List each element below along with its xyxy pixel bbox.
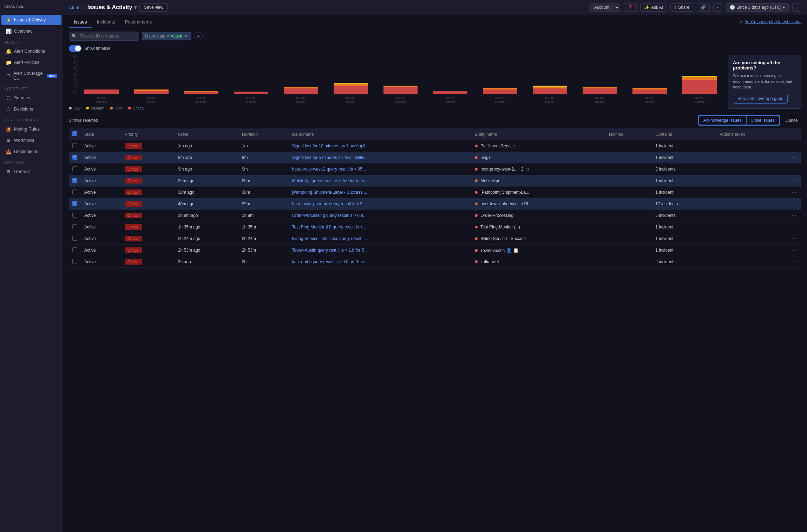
- link-button[interactable]: 🔗: [697, 3, 710, 12]
- sidebar-item-overview[interactable]: 📊 Overview: [1, 26, 61, 36]
- row-checkbox-cell[interactable]: [69, 210, 81, 221]
- copy-icon[interactable]: ⧉: [526, 167, 529, 172]
- filter-chip-issue-state[interactable]: Issue state = Active ✕: [142, 32, 191, 40]
- row-checkbox-cell[interactable]: [69, 221, 81, 233]
- row-issue-name[interactable]: Signal lost for 10 minutes on 'Low Appli…: [289, 140, 471, 152]
- row-more-button[interactable]: ···: [790, 259, 798, 265]
- row-checkbox-cell[interactable]: [69, 256, 81, 268]
- row-more-button[interactable]: ···: [790, 178, 798, 184]
- row-more-cell[interactable]: ···: [787, 233, 801, 245]
- account-selector[interactable]: Account:: [589, 3, 620, 12]
- row-checkbox-cell[interactable]: [69, 233, 81, 245]
- sidebar-item-alert-policies[interactable]: 📁 Alert Policies: [1, 57, 61, 68]
- row-checkbox[interactable]: [72, 189, 77, 194]
- row-priority: Critical: [121, 210, 175, 221]
- row-checkbox-cell[interactable]: [69, 245, 81, 256]
- ask-ai-button[interactable]: ✨ Ask AI: [640, 3, 667, 12]
- prev-button[interactable]: ‹: [713, 3, 722, 12]
- help-button[interactable]: ❓: [624, 3, 637, 12]
- next-button[interactable]: ›: [792, 3, 801, 12]
- sidebar-item-destinations[interactable]: 📤 Destinations: [1, 146, 61, 157]
- row-issue-name[interactable]: [Pathpoint] Shipment-Label - Success ...: [289, 187, 471, 198]
- sidebar-item-sources[interactable]: ⬡ Sources: [1, 93, 61, 103]
- row-checkbox[interactable]: [72, 155, 77, 160]
- title-chevron[interactable]: ▾: [134, 5, 137, 10]
- row-more-cell[interactable]: ···: [787, 221, 801, 233]
- row-checkbox-cell[interactable]: [69, 164, 81, 175]
- tab-incidents[interactable]: Incidents: [92, 16, 120, 28]
- tab-postmortems[interactable]: Postmortems: [120, 16, 157, 28]
- row-more-button[interactable]: ···: [790, 235, 798, 242]
- row-issue-name[interactable]: Tower-Austin query result is > 1.0 for 5…: [289, 245, 471, 256]
- row-more-cell[interactable]: ···: [787, 245, 801, 256]
- row-more-cell[interactable]: ···: [787, 198, 801, 210]
- share-button[interactable]: ↑ Share: [670, 3, 693, 12]
- row-issue-name[interactable]: kafka-otel query result is > 0.0 on 'Tes…: [289, 256, 471, 268]
- row-checkbox-cell[interactable]: [69, 175, 81, 187]
- row-more-cell[interactable]: ···: [787, 175, 801, 187]
- bar-group: [326, 55, 375, 94]
- sidebar-item-general[interactable]: ⚙ General: [1, 166, 61, 177]
- show-timeline-toggle[interactable]: [69, 45, 81, 52]
- add-filter-button[interactable]: +: [194, 32, 203, 40]
- row-checkbox-cell[interactable]: [69, 198, 81, 210]
- close-issues-button[interactable]: Close issues: [746, 116, 779, 125]
- row-more-button[interactable]: ···: [790, 212, 798, 219]
- search-input[interactable]: [69, 32, 139, 41]
- time-range-picker[interactable]: 🕐 Since 3 days ago (UTC) ▾: [726, 3, 789, 12]
- select-all-checkbox[interactable]: [72, 131, 77, 136]
- sidebar-item-decisions[interactable]: ⬡ Decisions: [1, 104, 61, 114]
- row-more-button[interactable]: ···: [790, 224, 798, 230]
- row-issue-name[interactable]: Test Ping Monitor (H) query result is >.…: [289, 221, 471, 233]
- row-more-button[interactable]: ···: [790, 143, 798, 149]
- row-more-button[interactable]: ···: [790, 154, 798, 161]
- row-more-cell[interactable]: ···: [787, 164, 801, 175]
- row-issue-name[interactable]: Billing Service - Success query result i…: [289, 233, 471, 245]
- cancel-button[interactable]: Cancel: [783, 116, 801, 125]
- row-more-button[interactable]: ···: [790, 189, 798, 195]
- row-checkbox-cell[interactable]: [69, 152, 81, 164]
- row-checkbox[interactable]: [72, 247, 77, 252]
- row-issue-name[interactable]: host-proxy-west-2 query result is > 95..…: [289, 164, 471, 175]
- breadcrumb[interactable]: Alerts: [69, 5, 80, 10]
- row-checkbox-cell[interactable]: [69, 187, 81, 198]
- acknowledge-issues-button[interactable]: Acknowledge issues: [699, 116, 746, 125]
- save-view-button[interactable]: Save view: [139, 3, 168, 12]
- sidebar-item-alert-coverage[interactable]: 🛡 Alert Coverage G... Beta: [1, 68, 61, 83]
- row-more-cell[interactable]: ···: [787, 187, 801, 198]
- row-more-cell[interactable]: ···: [787, 140, 801, 152]
- row-actions: [716, 221, 787, 233]
- row-checkbox[interactable]: [72, 259, 77, 264]
- time-chevron: ▾: [783, 5, 785, 10]
- tab-issues[interactable]: Issues: [69, 16, 92, 28]
- sidebar-item-alert-conditions[interactable]: 🔔 Alert Conditions: [1, 46, 61, 56]
- row-checkbox[interactable]: [72, 213, 77, 218]
- row-checkbox-cell[interactable]: [69, 140, 81, 152]
- row-checkbox[interactable]: [72, 166, 77, 171]
- row-checkbox[interactable]: [72, 236, 77, 241]
- row-more-cell[interactable]: ···: [787, 152, 801, 164]
- sidebar-item-issues-activity[interactable]: ⚡ Issues & Activity: [1, 15, 61, 25]
- row-more-button[interactable]: ···: [790, 166, 798, 172]
- row-actions: [716, 152, 787, 164]
- row-checkbox[interactable]: [72, 143, 77, 148]
- chip-close-button[interactable]: ✕: [184, 34, 188, 39]
- row-checkbox[interactable]: [72, 201, 77, 206]
- row-more-cell[interactable]: ···: [787, 256, 801, 268]
- row-issue-name[interactable]: Signal lost for 5 minutes on 'availabili…: [289, 152, 471, 164]
- see-coverage-gaps-button[interactable]: See alert coverage gaps: [733, 94, 788, 104]
- row-created: 29m ago: [175, 175, 238, 187]
- row-more-button[interactable]: ···: [790, 247, 798, 253]
- row-issue-name[interactable]: host-tower-phoenix query result is > 9..…: [289, 198, 471, 210]
- sidebar-item-muting-rules[interactable]: 🔕 Muting Rules: [1, 124, 61, 134]
- row-checkbox[interactable]: [72, 178, 77, 183]
- row-issue-name[interactable]: MobileApi query result is < 5.0 for 5 mi…: [289, 175, 471, 187]
- row-more-cell[interactable]: ···: [787, 210, 801, 221]
- sidebar-item-workflows[interactable]: ⚙ Workflows: [1, 135, 61, 146]
- th-checkbox[interactable]: [69, 128, 81, 140]
- row-more-button[interactable]: ···: [790, 201, 798, 207]
- latest-issues-link[interactable]: You're seeing the latest issues: [745, 19, 801, 24]
- row-checkbox[interactable]: [72, 224, 77, 229]
- th-created[interactable]: Creat... ↓: [175, 128, 238, 140]
- row-issue-name[interactable]: Order-Processing query result is > 0.9..…: [289, 210, 471, 221]
